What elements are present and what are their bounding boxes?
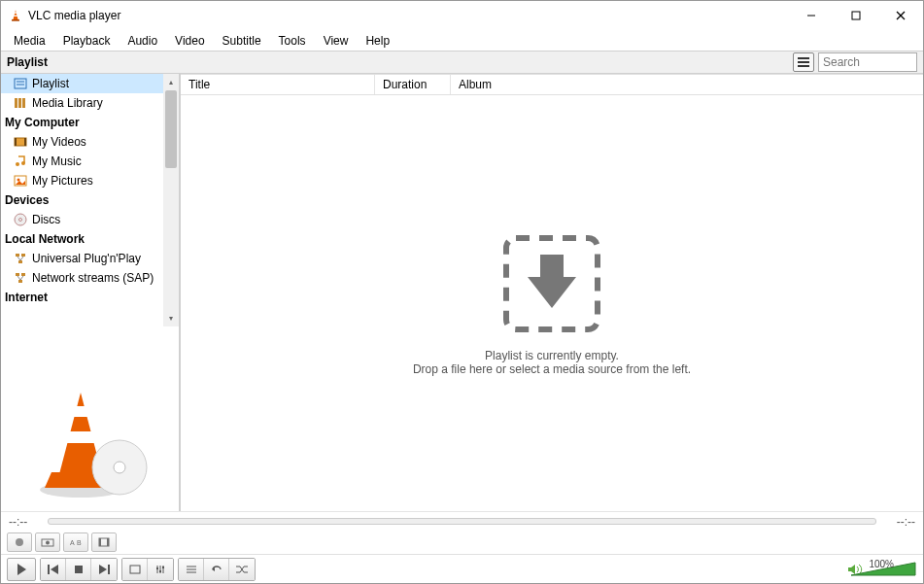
svg-rect-56 [75, 566, 83, 573]
loop-button[interactable] [204, 559, 229, 580]
view-mode-button[interactable] [793, 52, 814, 72]
library-icon [13, 95, 28, 111]
svg-rect-9 [798, 61, 809, 63]
menu-view[interactable]: View [315, 32, 358, 50]
main-controls: 100% [1, 554, 923, 583]
loop-ab-button[interactable]: AB [63, 532, 88, 552]
menu-media[interactable]: Media [5, 32, 54, 50]
column-album[interactable]: Album [451, 75, 923, 94]
menu-playback[interactable]: Playback [54, 32, 120, 50]
playlist-heading: Playlist [1, 55, 181, 69]
menu-help[interactable]: Help [357, 32, 398, 50]
picture-icon [13, 173, 28, 189]
svg-rect-51 [99, 538, 101, 546]
search-input[interactable] [818, 52, 917, 72]
tree-label: Discs [32, 213, 60, 226]
svg-rect-16 [22, 98, 25, 108]
playlist-toolbar: Playlist [1, 51, 923, 74]
shuffle-button[interactable] [229, 559, 255, 580]
svg-rect-3 [12, 19, 19, 21]
source-tree[interactable]: Playlist Media Library My Computer My Vi… [1, 74, 179, 326]
svg-point-21 [21, 161, 25, 165]
svg-rect-10 [798, 65, 809, 67]
tree-item-my-music[interactable]: My Music [1, 152, 179, 171]
svg-rect-38 [71, 406, 90, 417]
time-total[interactable]: --:-- [884, 515, 915, 529]
sidebar: Playlist Media Library My Computer My Vi… [1, 74, 180, 511]
svg-point-20 [16, 162, 19, 166]
view-group [121, 558, 174, 581]
tree-category-my-computer[interactable]: My Computer [1, 113, 179, 132]
column-title[interactable]: Title [181, 75, 375, 94]
empty-line1: Playlist is currently empty. [485, 349, 619, 362]
menubar: Media Playback Audio Video Subtitle Tool… [1, 30, 923, 51]
svg-marker-44 [528, 255, 576, 308]
tree-item-my-pictures[interactable]: My Pictures [1, 171, 179, 190]
tree-item-upnp[interactable]: Universal Plug'n'Play [1, 249, 179, 268]
svg-text:B: B [77, 539, 82, 546]
svg-line-30 [20, 257, 23, 260]
minimize-button[interactable] [789, 1, 834, 30]
tree-label: My Computer [5, 116, 80, 129]
svg-rect-31 [16, 273, 19, 276]
ext-settings-button[interactable] [148, 559, 173, 580]
column-duration[interactable]: Duration [375, 75, 451, 94]
scroll-down-arrow[interactable]: ▾ [163, 310, 179, 326]
play-icon [16, 563, 27, 576]
tree-item-media-library[interactable]: Media Library [1, 93, 179, 113]
maximize-button[interactable] [834, 1, 878, 30]
stop-button[interactable] [66, 559, 91, 580]
scroll-thumb[interactable] [165, 90, 177, 168]
scroll-up-arrow[interactable]: ▴ [163, 74, 179, 90]
tree-category-internet[interactable]: Internet [1, 288, 179, 307]
show-playlist-button[interactable] [179, 559, 204, 580]
svg-rect-26 [16, 254, 19, 257]
tree-item-my-videos[interactable]: My Videos [1, 132, 179, 152]
playlist-dropzone[interactable]: Playlist is currently empty. Drop a file… [181, 95, 923, 511]
next-button[interactable] [91, 559, 117, 580]
tree-scrollbar[interactable]: ▴ ▾ [163, 74, 179, 326]
menu-tools[interactable]: Tools [270, 32, 315, 50]
svg-rect-15 [18, 98, 21, 108]
svg-point-45 [16, 538, 23, 546]
menu-subtitle[interactable]: Subtitle [214, 32, 270, 50]
svg-rect-58 [108, 565, 110, 574]
svg-line-29 [17, 257, 20, 260]
drop-arrow-icon [498, 230, 605, 337]
frame-step-button[interactable] [91, 532, 117, 552]
menu-video[interactable]: Video [166, 32, 213, 50]
tree-category-devices[interactable]: Devices [1, 190, 179, 210]
tree-label: Universal Plug'n'Play [32, 252, 141, 265]
svg-rect-14 [15, 98, 17, 108]
disc-icon [13, 212, 28, 227]
previous-button[interactable] [41, 559, 66, 580]
menu-audio[interactable]: Audio [119, 32, 166, 50]
snapshot-button[interactable] [35, 532, 60, 552]
svg-line-35 [20, 276, 23, 280]
window-controls [789, 1, 923, 30]
tree-category-local-network[interactable]: Local Network [1, 229, 179, 249]
svg-rect-33 [18, 280, 22, 283]
fullscreen-button[interactable] [122, 559, 148, 580]
svg-point-25 [19, 219, 22, 222]
tree-item-discs[interactable]: Discs [1, 210, 179, 229]
network-icon [13, 251, 28, 266]
seek-slider[interactable] [48, 518, 876, 525]
titlebar: VLC media player [1, 1, 923, 30]
svg-rect-2 [14, 16, 17, 17]
svg-text:A: A [70, 539, 75, 546]
play-button[interactable] [7, 558, 36, 581]
time-elapsed[interactable]: --:-- [9, 515, 40, 529]
svg-rect-19 [24, 138, 26, 146]
tree-label: My Pictures [32, 174, 93, 188]
tree-label: Internet [5, 291, 48, 304]
svg-rect-27 [21, 254, 25, 257]
close-button[interactable] [878, 1, 923, 30]
volume-control: 100% [847, 559, 917, 579]
column-header-row: Title Duration Album [181, 74, 923, 95]
volume-percent: 100% [869, 559, 894, 569]
svg-rect-32 [21, 273, 25, 276]
record-button[interactable] [7, 532, 32, 552]
tree-item-playlist[interactable]: Playlist [1, 74, 179, 93]
tree-item-sap[interactable]: Network streams (SAP) [1, 268, 179, 288]
